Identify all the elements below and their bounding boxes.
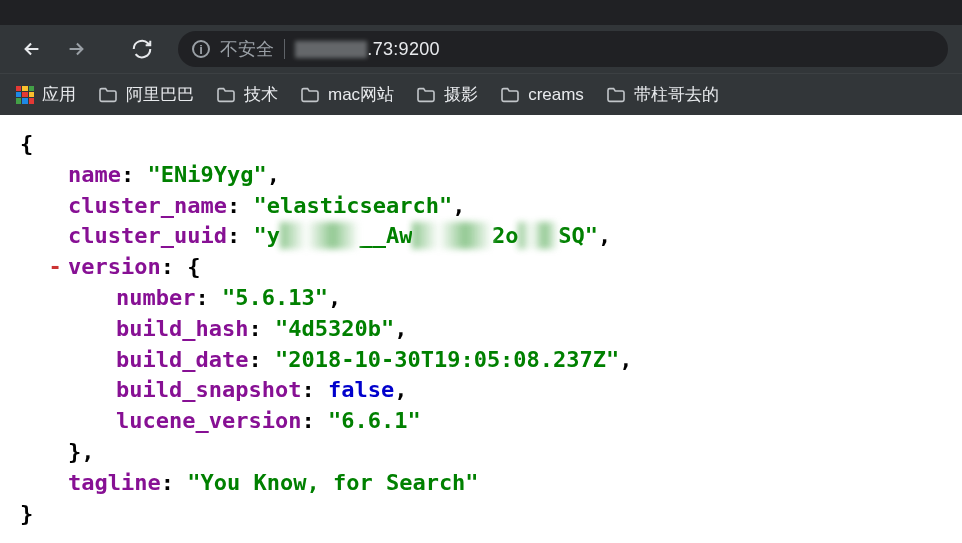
bookmark-label: creams — [528, 85, 584, 105]
json-response-body: { name: "ENi9Yyg", cluster_name: "elasti… — [0, 115, 962, 543]
json-value: "elasticsearch" — [253, 193, 452, 218]
folder-icon — [606, 87, 626, 103]
reload-button[interactable] — [124, 31, 160, 67]
bookmarks-bar: 应用 阿里巴巴 技术 mac网站 摄影 creams 带柱哥去的 — [0, 73, 962, 115]
json-key: version — [68, 254, 161, 279]
bookmark-folder[interactable]: 摄影 — [416, 83, 478, 106]
json-key: cluster_name — [68, 193, 227, 218]
collapse-toggle[interactable]: - — [48, 252, 62, 283]
json-value: "ENi9Yyg" — [147, 162, 266, 187]
apps-shortcut[interactable]: 应用 — [16, 83, 76, 106]
json-key: lucene_version — [116, 408, 301, 433]
json-value: "4d5320b" — [275, 316, 394, 341]
bookmark-folder[interactable]: 带柱哥去的 — [606, 83, 719, 106]
folder-icon — [416, 87, 436, 103]
folder-icon — [98, 87, 118, 103]
back-button[interactable] — [14, 31, 50, 67]
forward-button[interactable] — [58, 31, 94, 67]
bookmark-label: 技术 — [244, 83, 278, 106]
json-value: "You Know, for Search" — [187, 470, 478, 495]
address-bar[interactable]: i 不安全 1IJ.2 .. ...73:9200 — [178, 31, 948, 67]
json-value: "2018-10-30T19:05:08.237Z" — [275, 347, 619, 372]
bookmark-label: 阿里巴巴 — [126, 83, 194, 106]
apps-label: 应用 — [42, 83, 76, 106]
bookmark-folder[interactable]: creams — [500, 85, 584, 105]
browser-tab-strip — [0, 0, 962, 25]
bookmark-folder[interactable]: 技术 — [216, 83, 278, 106]
redacted-text: XXX — [518, 221, 558, 252]
json-key: tagline — [68, 470, 161, 495]
bookmark-label: 摄影 — [444, 83, 478, 106]
url-text: 1IJ.2 .. ...73:9200 — [295, 39, 440, 60]
redacted-text: XXXXXX — [412, 221, 491, 252]
browser-toolbar: i 不安全 1IJ.2 .. ...73:9200 — [0, 25, 962, 73]
url-obscured-part: 1IJ.2 .. .. — [295, 39, 367, 60]
json-value: "5.6.13" — [222, 285, 328, 310]
bookmark-folder[interactable]: 阿里巴巴 — [98, 83, 194, 106]
bookmark-folder[interactable]: mac网站 — [300, 83, 394, 106]
json-value-partial: "y — [253, 223, 280, 248]
redacted-text: XXXXXX — [280, 221, 359, 252]
url-visible-part: .73:9200 — [367, 39, 439, 59]
json-key: build_snapshot — [116, 377, 301, 402]
info-icon[interactable]: i — [192, 40, 210, 58]
folder-icon — [500, 87, 520, 103]
json-key: number — [116, 285, 195, 310]
json-key: build_date — [116, 347, 248, 372]
bookmark-label: 带柱哥去的 — [634, 83, 719, 106]
bookmark-label: mac网站 — [328, 83, 394, 106]
folder-icon — [300, 87, 320, 103]
apps-grid-icon — [16, 86, 34, 104]
json-key: name — [68, 162, 121, 187]
address-divider — [284, 39, 285, 59]
json-value: "6.6.1" — [328, 408, 421, 433]
insecure-label: 不安全 — [220, 37, 274, 61]
folder-icon — [216, 87, 236, 103]
json-key: cluster_uuid — [68, 223, 227, 248]
json-key: build_hash — [116, 316, 248, 341]
json-value: false — [328, 377, 394, 402]
